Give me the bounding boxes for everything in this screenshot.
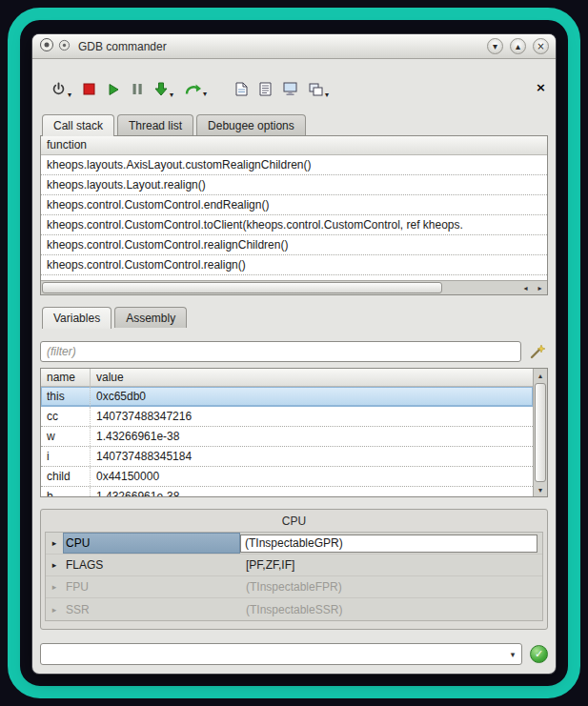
monitor-icon	[283, 82, 297, 99]
command-combobox[interactable]: ▾	[40, 643, 522, 665]
chevron-down-icon[interactable]: ▾	[170, 91, 173, 99]
app-icon[interactable]	[39, 37, 54, 55]
power-button[interactable]: ▾	[51, 82, 71, 99]
scrollbar-thumb[interactable]	[535, 383, 546, 482]
debug-toolbar: ▾ ▾ ▾	[40, 78, 548, 103]
tab-thread-list[interactable]: Thread list	[117, 114, 193, 135]
variable-value: 1.43266961e-38	[91, 427, 533, 446]
page-icon	[235, 82, 248, 99]
step-into-icon	[154, 82, 168, 99]
variable-row[interactable]: child 0x44150000	[41, 467, 533, 487]
variable-name: this	[41, 387, 91, 406]
minimize-button[interactable]: ▾	[487, 38, 503, 54]
chevron-down-icon[interactable]: ▾	[325, 91, 329, 99]
cpu-row-name[interactable]: FPU	[63, 576, 240, 597]
target-monitor-button[interactable]	[283, 82, 297, 99]
command-row: ▾ ✓	[40, 643, 548, 665]
tab-debugee-options[interactable]: Debugee options	[196, 114, 306, 135]
tab-call-stack[interactable]: Call stack	[42, 114, 114, 136]
cpu-row-name[interactable]: CPU	[63, 533, 240, 554]
cpu-row-value[interactable]: (TInspectableFPR)	[240, 580, 537, 594]
call-stack-panel: function kheops.layouts.AxisLayout.custo…	[40, 135, 548, 295]
cpu-row-name[interactable]: SSR	[63, 598, 240, 620]
variable-name: i	[41, 447, 91, 466]
call-stack-row[interactable]: kheops.control.CustomControl.endRealign(…	[41, 195, 547, 215]
variables-body: this 0xc65db0 cc 140737488347216 w 1.432…	[41, 387, 533, 497]
scroll-down-icon[interactable]: ▾	[534, 483, 547, 496]
column-header-value[interactable]: value	[91, 369, 533, 386]
cpu-panel-title: CPU	[45, 512, 543, 532]
pause-button[interactable]	[132, 83, 143, 98]
variable-row[interactable]: w 1.43266961e-38	[41, 427, 533, 447]
close-button[interactable]: ×	[533, 38, 549, 54]
scroll-up-icon[interactable]: ▴	[534, 369, 547, 382]
call-stack-row[interactable]: kheops.layouts.AxisLayout.customRealignC…	[41, 155, 547, 175]
column-header-name[interactable]: name	[41, 369, 91, 386]
variables-header: name value	[41, 369, 533, 387]
tab-assembly[interactable]: Assembly	[114, 307, 187, 328]
variable-name: cc	[41, 407, 91, 426]
titlebar[interactable]: GDB commander ▾ ▴ ×	[32, 34, 556, 59]
variable-row[interactable]: i 140737488345184	[41, 447, 533, 467]
variable-value: 140737488347216	[91, 407, 533, 426]
variable-value: 0x44150000	[91, 467, 533, 486]
step-over-button[interactable]: ▾	[185, 83, 207, 98]
run-button[interactable]	[107, 83, 120, 99]
dock-close-icon[interactable]: ×	[536, 81, 546, 93]
cpu-tree-row[interactable]: ▸ FLAGS [PF,ZF,IF]	[46, 555, 542, 576]
variable-name: b	[41, 487, 91, 497]
confirm-button[interactable]: ✓	[530, 645, 548, 663]
combo-dropdown-icon[interactable]: ▾	[504, 650, 521, 659]
cpu-row-value[interactable]: (TInspectableGPR)	[240, 535, 537, 553]
chevron-down-icon[interactable]: ▾	[68, 91, 71, 99]
source-page-button[interactable]	[235, 82, 248, 99]
variable-value: 0xc65db0	[91, 387, 533, 406]
cpu-tree-row[interactable]: ▸ CPU (TInspectableGPR)	[46, 533, 542, 555]
scrollbar-thumb[interactable]	[42, 282, 442, 293]
call-stack-row[interactable]: kheops.control.CustomControl.realignChil…	[41, 235, 547, 255]
call-stack-row[interactable]: kheops.control.CustomControl.toClient(kh…	[41, 215, 547, 235]
variable-row[interactable]: b 1.43266961e-38	[41, 487, 533, 497]
cpu-row-value[interactable]: (TInspectableSSR)	[240, 603, 537, 616]
pause-icon	[132, 83, 143, 98]
inspect-windows-button[interactable]: ▾	[309, 83, 329, 99]
stack-tabbar: Call stack Thread list Debugee options	[40, 114, 548, 135]
tab-variables[interactable]: Variables	[42, 307, 112, 329]
list-page-icon	[259, 82, 272, 99]
cpu-tree-row[interactable]: ▸ FPU (TInspectableFPR)	[46, 576, 542, 598]
filter-input[interactable]	[40, 341, 521, 362]
scroll-left-icon[interactable]: ◂	[518, 281, 533, 294]
vertical-scrollbar[interactable]: ▴ ▾	[533, 369, 547, 496]
scrollbar-track[interactable]	[443, 281, 518, 294]
cpu-tree-row[interactable]: ▸ SSR (TInspectableSSR)	[46, 598, 542, 620]
window-search-icon	[309, 83, 323, 99]
maximize-button[interactable]: ▴	[510, 38, 526, 54]
step-into-button[interactable]: ▾	[154, 82, 173, 99]
cpu-panel: CPU ▸ CPU (TInspectableGPR) ▸ FLAGS [PF,…	[40, 509, 548, 630]
log-page-button[interactable]	[259, 82, 272, 99]
scroll-right-icon[interactable]: ▸	[533, 281, 547, 294]
cpu-row-value[interactable]: [PF,ZF,IF]	[240, 558, 537, 572]
variables-panel: name value this 0xc65db0 cc 140737488347…	[40, 368, 548, 497]
step-over-icon	[185, 83, 201, 98]
expand-icon[interactable]: ▸	[46, 560, 63, 570]
call-stack-row[interactable]: kheops.layouts.Layout.realign()	[41, 175, 547, 195]
cpu-row-name[interactable]: FLAGS	[63, 555, 240, 575]
power-icon	[51, 82, 66, 99]
expand-icon[interactable]: ▸	[46, 582, 63, 592]
stop-icon	[83, 83, 95, 98]
call-stack-row[interactable]: kheops.control.CustomControl.realign()	[41, 255, 547, 275]
variable-name: child	[41, 467, 91, 486]
dock-content: × ▾ ▾ ▾	[32, 78, 556, 665]
variable-row[interactable]: cc 140737488347216	[41, 407, 533, 427]
variable-value: 1.43266961e-38	[91, 487, 533, 497]
filter-options-icon[interactable]	[527, 342, 548, 361]
command-input[interactable]	[41, 644, 504, 664]
column-header-function[interactable]: function	[41, 136, 547, 155]
chevron-down-icon[interactable]: ▾	[203, 90, 207, 98]
horizontal-scrollbar[interactable]: ◂ ▸	[41, 280, 547, 294]
expand-icon[interactable]: ▸	[46, 538, 63, 548]
stop-button[interactable]	[83, 83, 95, 98]
expand-icon[interactable]: ▸	[46, 605, 63, 615]
variable-row[interactable]: this 0xc65db0	[41, 387, 533, 407]
